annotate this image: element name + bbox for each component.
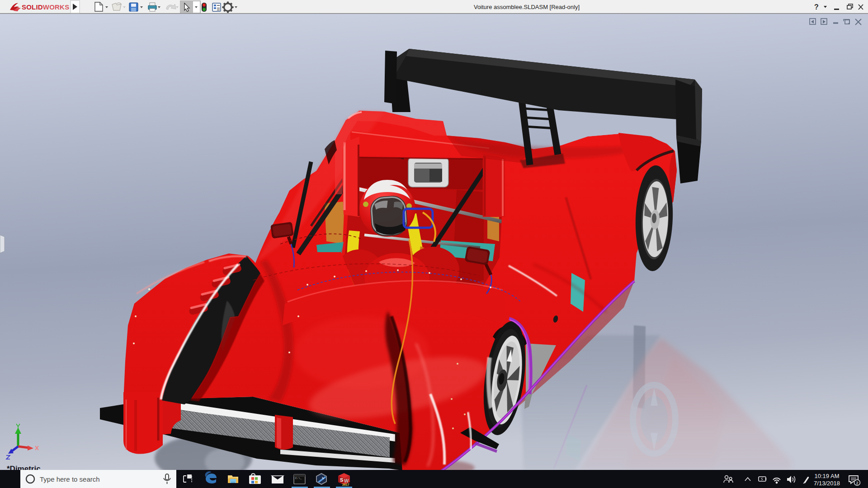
svg-text:7/13/2018: 7/13/2018 bbox=[814, 480, 840, 487]
svg-text:S: S bbox=[340, 477, 343, 483]
svg-text:SOLIDWORKS: SOLIDWORKS bbox=[22, 3, 69, 11]
svg-text:?: ? bbox=[814, 3, 819, 11]
svg-text:Voiture assomblee.SLDASM [Read: Voiture assomblee.SLDASM [Read-only] bbox=[474, 4, 580, 10]
svg-text:Type here to search: Type here to search bbox=[40, 475, 100, 483]
svg-text:C:\_: C:\_ bbox=[295, 477, 302, 480]
svg-text:2017: 2017 bbox=[342, 483, 349, 486]
svg-text:2: 2 bbox=[856, 481, 858, 485]
svg-text:10:19 AM: 10:19 AM bbox=[815, 473, 840, 479]
